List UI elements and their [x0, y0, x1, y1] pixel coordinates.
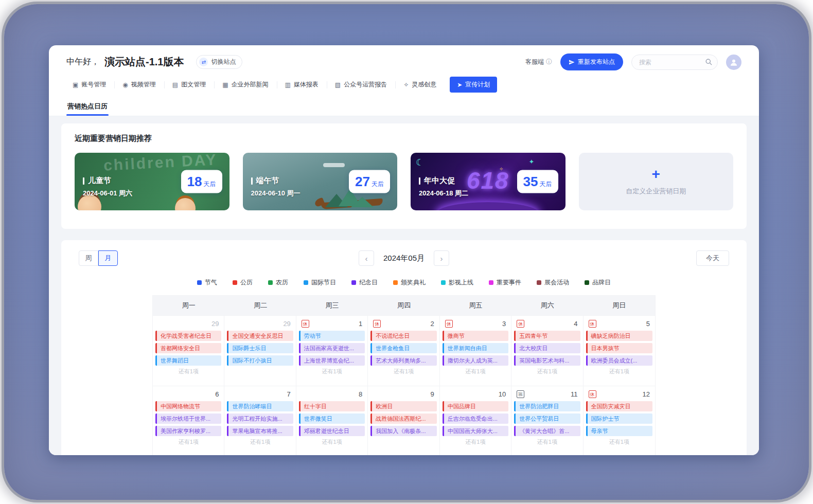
- calendar-event[interactable]: 微商节: [443, 331, 508, 341]
- calendar-event[interactable]: 中国国画大师张大...: [443, 426, 508, 436]
- calendar-event[interactable]: 母亲节: [586, 426, 652, 436]
- calendar-event[interactable]: 《黄河大合唱》首...: [514, 426, 580, 436]
- calendar-event[interactable]: 上海世界博览会纪...: [299, 355, 365, 366]
- calendar-event[interactable]: 国际爵士乐日: [227, 343, 293, 353]
- calendar-event[interactable]: 我国加入《南极条...: [370, 426, 436, 436]
- calendar-event[interactable]: 中国网络物流节: [155, 401, 221, 411]
- calendar-day-cell[interactable]: 7世界防治哮喘日光明工程开始实施...苹果电脑宣布将推...还有1项: [224, 386, 296, 455]
- calendar-event[interactable]: 战胜德国法西斯纪...: [370, 413, 436, 424]
- child-illustration: [175, 198, 196, 210]
- calendar-day-cell[interactable]: 休2不说谎纪念日世界金枪鱼日艺术大师列奥纳多...还有1项: [368, 315, 439, 386]
- view-month-button[interactable]: 月: [98, 250, 118, 266]
- prev-month-button[interactable]: ‹: [359, 250, 374, 266]
- calendar-day-cell[interactable]: 休12全国防灾减灾日国际护士节母亲节还有1项: [584, 386, 655, 455]
- moon-icon: ☾: [416, 157, 424, 168]
- promo-card-children[interactable]: children DAY儿童节2024-06-01 周六18天后: [75, 153, 229, 210]
- today-button[interactable]: 今天: [696, 250, 729, 266]
- legend-color-swatch: [304, 280, 308, 285]
- publish-site-button[interactable]: 重新发布站点: [560, 53, 623, 70]
- promo-card-dragonboat[interactable]: 端午节2024-06-10 周一27天后: [243, 153, 398, 210]
- calendar-event[interactable]: 红十字日: [299, 401, 365, 411]
- user-avatar[interactable]: [726, 55, 741, 70]
- calendar-day-cell[interactable]: 班11世界防治肥胖日世界公平贸易日《黄河大合唱》首...还有1项: [511, 386, 583, 455]
- more-events-link[interactable]: 还有1项: [584, 438, 655, 445]
- calendar-event[interactable]: 法国画家高更逝世...: [299, 343, 365, 353]
- more-events-link[interactable]: 还有1项: [296, 438, 367, 445]
- calendar-day-cell[interactable]: 8红十字日世界微笑日邓丽君逝世纪念日还有1项: [296, 386, 368, 455]
- legend-item: 影视上线: [441, 278, 473, 287]
- service-link[interactable]: 客服端 ⓘ: [525, 58, 552, 66]
- calendar-day-cell[interactable]: 休5碘缺乏病防治日日本男孩节欧洲委员会成立(...还有1项: [584, 315, 655, 386]
- more-events-link[interactable]: 还有1项: [440, 438, 511, 445]
- calendar-event[interactable]: 五四青年节: [514, 331, 580, 341]
- calendar-event[interactable]: 日本男孩节: [586, 343, 652, 353]
- nav-item-video[interactable]: ◉视频管理: [114, 77, 164, 93]
- calendar-event[interactable]: 邓丽君逝世纪念日: [299, 426, 365, 436]
- calendar-event[interactable]: 全国防灾减灾日: [586, 401, 652, 411]
- calendar-event[interactable]: 世界金枪鱼日: [370, 343, 436, 353]
- more-events-link[interactable]: 还有1项: [440, 368, 511, 375]
- calendar-day-cell[interactable]: 29全国交通安全反思日国际爵士乐日国际不打小孩日: [224, 315, 296, 386]
- more-events-link[interactable]: 还有1项: [224, 438, 295, 445]
- calendar-event[interactable]: 英国电影艺术与科...: [514, 355, 580, 366]
- nav-item-enterprise-news[interactable]: ▦企业外部新闻: [214, 77, 276, 93]
- calendar-day-cell[interactable]: 29化学战受害者纪念日首都网络安全日世界舞蹈日还有1项: [153, 315, 224, 386]
- legend-label: 农历: [276, 278, 288, 287]
- calendar-event[interactable]: 劳动节: [299, 331, 365, 341]
- calendar-event[interactable]: 埃菲尔铁塔于世界...: [155, 413, 221, 424]
- next-month-button[interactable]: ›: [434, 250, 449, 266]
- calendar-event[interactable]: 首都网络安全日: [155, 343, 221, 353]
- date-number: 4: [574, 320, 577, 328]
- nav-item-campaign[interactable]: ➤宣传计划: [450, 77, 497, 93]
- calendar-event[interactable]: 美国作家亨利梭罗...: [155, 426, 221, 436]
- add-custom-date-card[interactable]: +自定义企业营销日期: [579, 153, 734, 210]
- calendar-event[interactable]: 世界新闻自由日: [443, 343, 508, 353]
- more-events-link[interactable]: 还有1项: [153, 368, 224, 375]
- nav-item-official-report[interactable]: ▧公众号运营报告: [327, 77, 395, 93]
- calendar-day-cell[interactable]: 休1劳动节法国画家高更逝世...上海世界博览会纪...还有1项: [296, 315, 368, 386]
- nav-item-account[interactable]: ▣账号管理: [64, 77, 114, 93]
- view-week-button[interactable]: 周: [79, 250, 98, 266]
- calendar-event[interactable]: 苹果电脑宣布将推...: [227, 426, 293, 436]
- calendar-event[interactable]: 世界舞蹈日: [155, 355, 221, 366]
- stage-illustration: [436, 202, 539, 210]
- calendar-event[interactable]: 世界防治肥胖日: [514, 401, 580, 411]
- nav-item-media-report[interactable]: ▥媒体报表: [277, 77, 327, 93]
- calendar-day-cell[interactable]: 10中国品牌日丘吉尔临危受命出...中国国画大师张大...还有1项: [440, 386, 511, 455]
- calendar-event[interactable]: 丘吉尔临危受命出...: [443, 413, 508, 424]
- more-events-link[interactable]: 还有1项: [511, 438, 582, 445]
- more-events-link[interactable]: 还有1项: [584, 368, 655, 375]
- calendar-event[interactable]: 全国交通安全反思日: [227, 331, 293, 341]
- calendar-event[interactable]: 撒切尔夫人成为英...: [443, 355, 508, 366]
- calendar-day-cell[interactable]: 9欧洲日战胜德国法西斯纪...我国加入《南极条...: [368, 386, 439, 455]
- calendar-day-cell[interactable]: 休3微商节世界新闻自由日撒切尔夫人成为英...还有1项: [440, 315, 511, 386]
- nav-item-idea[interactable]: ✧灵感创意: [395, 77, 445, 93]
- calendar-day-cell[interactable]: 休4五四青年节北大校庆日英国电影艺术与科...还有1项: [511, 315, 583, 386]
- calendar-event[interactable]: 世界公平贸易日: [514, 413, 580, 424]
- more-events-link[interactable]: 还有1项: [368, 368, 439, 375]
- calendar-event[interactable]: 世界防治哮喘日: [227, 401, 293, 411]
- tab-marketing-calendar[interactable]: 营销热点日历: [66, 98, 109, 116]
- search-icon[interactable]: [705, 58, 713, 66]
- calendar-event[interactable]: 艺术大师列奥纳多...: [370, 355, 436, 366]
- promo-card-midyear[interactable]: ☾✦✧618年中大促2024-06-18 周二35天后: [411, 153, 565, 210]
- more-events-link[interactable]: 还有1项: [511, 368, 582, 375]
- switch-site-button[interactable]: ⇄ 切换站点: [196, 55, 242, 69]
- calendar-event[interactable]: 国际不打小孩日: [227, 355, 293, 366]
- more-events-link[interactable]: 还有1项: [296, 368, 367, 375]
- promo-card-name: 端午节: [256, 176, 279, 186]
- calendar-event[interactable]: 欧洲日: [370, 401, 436, 411]
- calendar-event[interactable]: 不说谎纪念日: [370, 331, 436, 341]
- calendar-event[interactable]: 化学战受害者纪念日: [155, 331, 221, 341]
- calendar-event[interactable]: 欧洲委员会成立(...: [586, 355, 652, 366]
- nav-item-article[interactable]: ▤图文管理: [164, 77, 214, 93]
- calendar-event[interactable]: 光明工程开始实施...: [227, 413, 293, 424]
- calendar-event[interactable]: 世界微笑日: [299, 413, 365, 424]
- more-events-link[interactable]: 还有1项: [153, 438, 224, 445]
- calendar-event[interactable]: 国际护士节: [586, 413, 652, 424]
- calendar-event[interactable]: 中国品牌日: [443, 401, 508, 411]
- calendar-event[interactable]: 北大校庆日: [514, 343, 580, 353]
- legend-color-swatch: [268, 280, 273, 285]
- calendar-day-cell[interactable]: 6中国网络物流节埃菲尔铁塔于世界...美国作家亨利梭罗...还有1项: [153, 386, 224, 455]
- calendar-event[interactable]: 碘缺乏病防治日: [586, 331, 652, 341]
